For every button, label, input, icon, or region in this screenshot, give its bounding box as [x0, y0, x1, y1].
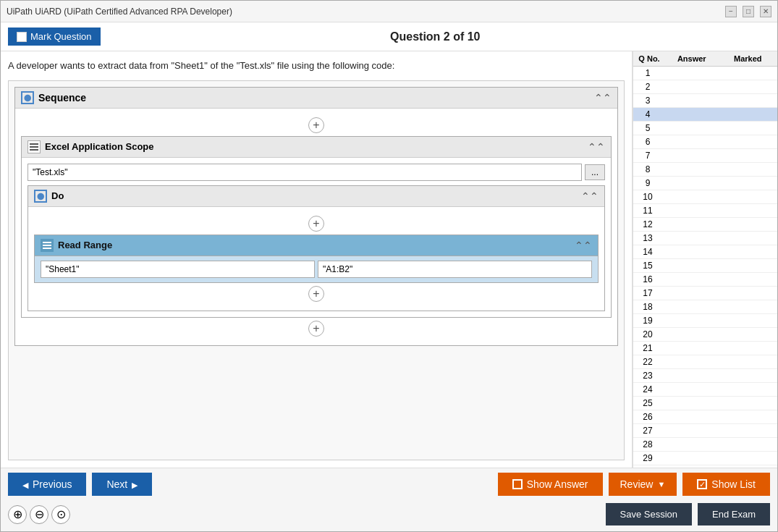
row-num: 29	[633, 452, 662, 465]
cell-range-input[interactable]	[318, 261, 592, 278]
diagram-area: ⬤ Sequence ⌃⌃ +	[8, 80, 625, 461]
excel-collapse-icon[interactable]: ⌃⌃	[588, 141, 605, 153]
browse-button[interactable]: ...	[585, 164, 605, 180]
row-marked	[720, 94, 778, 107]
show-answer-button[interactable]: Show Answer	[498, 473, 603, 496]
col-marked-header: Marked	[720, 54, 777, 63]
sequence-icon: ⬤	[21, 91, 34, 104]
sidebar-row[interactable]: 13	[633, 232, 777, 245]
sidebar-row-list: 1 2 3 4 5 6 7 8 9 10 11	[633, 67, 777, 468]
sidebar-row[interactable]: 9	[633, 177, 777, 190]
row-num: 1	[633, 67, 662, 80]
col-answer-header: Answer	[664, 54, 720, 63]
row-num: 21	[633, 342, 662, 355]
sidebar-row[interactable]: 20	[633, 328, 777, 342]
sidebar-row[interactable]: 27	[633, 424, 777, 438]
add-button-2[interactable]: +	[308, 216, 324, 232]
next-button[interactable]: Next	[92, 473, 152, 496]
list-checkbox-icon: ✓	[697, 479, 707, 489]
do-body: +	[28, 207, 604, 311]
row-num: 15	[633, 259, 662, 272]
question-title: Question 2 of 10	[101, 30, 770, 43]
row-answer	[662, 300, 720, 313]
sidebar-row[interactable]: 23	[633, 369, 777, 383]
row-answer	[662, 149, 720, 162]
show-list-button[interactable]: ✓ Show List	[682, 473, 770, 496]
sidebar-row[interactable]: 19	[633, 314, 777, 328]
zoom-in-button[interactable]: ⊕	[8, 505, 27, 524]
zoom-out-button[interactable]: ⊙	[51, 505, 70, 524]
sidebar-row[interactable]: 22	[633, 355, 777, 369]
zoom-reset-button[interactable]: ⊖	[30, 505, 48, 524]
close-button[interactable]: ✕	[760, 6, 771, 17]
do-icon: ⬤	[34, 190, 47, 203]
previous-button[interactable]: Previous	[8, 473, 86, 496]
sidebar-row[interactable]: 14	[633, 245, 777, 259]
sidebar-row[interactable]: 26	[633, 410, 777, 424]
save-session-button[interactable]: Save Session	[606, 503, 693, 525]
row-answer	[662, 342, 720, 355]
add-button-4[interactable]: +	[308, 321, 324, 337]
row-num: 2	[633, 80, 662, 93]
row-marked	[720, 122, 778, 135]
end-exam-button[interactable]: End Exam	[698, 503, 770, 525]
row-marked	[720, 273, 778, 286]
sidebar-row[interactable]: 1	[633, 67, 777, 80]
row-num: 20	[633, 328, 662, 341]
sidebar-row[interactable]: 7	[633, 149, 777, 163]
sidebar-row[interactable]: 29	[633, 452, 777, 465]
sidebar-row[interactable]: 18	[633, 300, 777, 314]
mark-question-button[interactable]: ✓ Mark Question	[8, 28, 101, 46]
answer-checkbox-icon	[512, 479, 523, 489]
sidebar-row[interactable]: 6	[633, 135, 777, 149]
row-marked	[720, 287, 778, 300]
add-button-3[interactable]: +	[308, 286, 324, 302]
sidebar-row[interactable]: 11	[633, 204, 777, 218]
row-answer	[662, 232, 720, 245]
row-answer	[662, 383, 720, 396]
excel-scope-block: Excel Application Scope ⌃⌃ ...	[21, 136, 612, 318]
prev-arrow-icon	[22, 478, 28, 490]
do-collapse-icon[interactable]: ⌃⌃	[581, 190, 599, 202]
row-marked	[720, 67, 778, 80]
review-button[interactable]: Review ▼	[609, 473, 677, 496]
question-text: A developer wants to extract data from "…	[8, 59, 625, 73]
row-answer	[662, 369, 720, 382]
sidebar-row[interactable]: 10	[633, 190, 777, 204]
row-marked	[720, 355, 778, 368]
sidebar-row[interactable]: 24	[633, 383, 777, 397]
sidebar-row[interactable]: 16	[633, 273, 777, 287]
sequence-header: ⬤ Sequence ⌃⌃	[15, 88, 617, 109]
sidebar-row[interactable]: 2	[633, 80, 777, 94]
sidebar-row[interactable]: 25	[633, 397, 777, 410]
row-num: 18	[633, 300, 662, 313]
read-range-icon	[41, 239, 54, 252]
sequence-label: Sequence	[38, 92, 86, 104]
sidebar-row[interactable]: 17	[633, 287, 777, 300]
sidebar-row[interactable]: 21	[633, 342, 777, 355]
row-answer	[662, 80, 720, 93]
row-num: 16	[633, 273, 662, 286]
sidebar-row[interactable]: 8	[633, 163, 777, 177]
sidebar-row[interactable]: 15	[633, 259, 777, 273]
maximize-button[interactable]: □	[743, 6, 754, 17]
read-collapse-icon[interactable]: ⌃⌃	[575, 240, 592, 251]
sidebar-row[interactable]: 3	[633, 94, 777, 108]
excel-file-input[interactable]	[28, 164, 582, 181]
add-button-1[interactable]: +	[308, 117, 324, 133]
row-marked	[720, 438, 778, 451]
sequence-collapse-icon[interactable]: ⌃⌃	[594, 92, 612, 104]
sheet-name-input[interactable]	[41, 261, 315, 278]
sidebar-row[interactable]: 4	[633, 108, 777, 122]
sidebar-row[interactable]: 28	[633, 438, 777, 452]
row-num: 6	[633, 135, 662, 148]
sidebar-header: Q No. Answer Marked	[633, 51, 777, 67]
minimize-button[interactable]: −	[725, 6, 737, 17]
row-marked	[720, 108, 778, 121]
row-num: 17	[633, 287, 662, 300]
row-num: 5	[633, 122, 662, 135]
row-num: 19	[633, 314, 662, 327]
content-area: A developer wants to extract data from "…	[1, 51, 633, 468]
sidebar-row[interactable]: 5	[633, 122, 777, 135]
sidebar-row[interactable]: 12	[633, 218, 777, 232]
